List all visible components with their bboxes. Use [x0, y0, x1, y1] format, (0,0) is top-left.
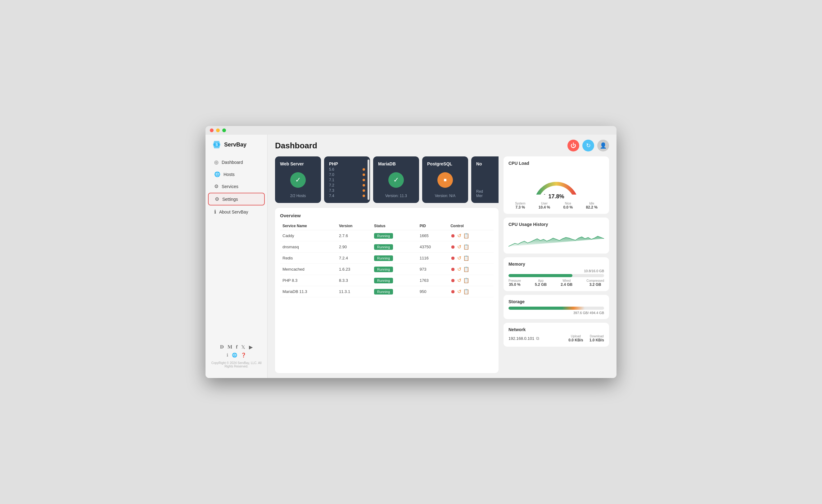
other-card: No Red Mer — [471, 156, 498, 203]
stop-button[interactable]: ⏺ — [450, 267, 455, 272]
restart-button[interactable]: ↺ — [457, 266, 461, 272]
service-cards: Web Server ✓ 2/2 Hosts PHP 5.6 — [275, 156, 498, 203]
other-card-title: No — [476, 161, 482, 166]
service-version-cell: 2.7.6 — [337, 230, 372, 241]
php-card-scrollbar[interactable] — [368, 159, 369, 200]
log-button[interactable]: 📋 — [463, 266, 469, 272]
control-buttons: ⏺ ↺ 📋 — [450, 278, 491, 283]
close-button[interactable] — [210, 128, 214, 132]
cpu-load-card: CPU Load — [503, 156, 609, 214]
postgresql-card: PostgreSQL ■ Version: N/A — [422, 156, 468, 203]
postgresql-card-title: PostgreSQL — [427, 161, 452, 166]
memory-stat-app: App 5.2 GB — [535, 279, 547, 287]
control-buttons: ⏺ ↺ 📋 — [450, 255, 491, 261]
storage-bar-fill — [508, 307, 585, 310]
sidebar-item-about[interactable]: ℹ About ServBay — [208, 206, 265, 217]
storage-label: 397.6 GB/ 494.4 GB — [508, 311, 604, 315]
log-button[interactable]: 📋 — [463, 289, 469, 295]
php-dot-72 — [363, 184, 365, 186]
main-header: Dashboard ⏻ ↻ 👤 — [268, 135, 616, 156]
sidebar-item-about-label: About ServBay — [219, 209, 248, 214]
settings-icon: ⚙ — [215, 196, 219, 202]
php-dot-74 — [363, 194, 365, 197]
minimize-button[interactable] — [216, 128, 220, 132]
info-icon[interactable]: ℹ — [227, 353, 228, 358]
service-status-cell: Running — [372, 264, 417, 275]
table-row: MariaDB 11.3 11.3.1 Running 950 ⏺ ↺ 📋 — [280, 286, 494, 297]
mariadb-check-icon: ✓ — [388, 166, 404, 194]
maximize-button[interactable] — [222, 128, 226, 132]
overview-section: Overview Service Name Version Status PID… — [275, 208, 498, 373]
php-dot-70 — [363, 173, 365, 176]
copy-ip-icon[interactable]: ⧉ — [536, 336, 539, 341]
sidebar-item-settings[interactable]: ⚙ Settings — [208, 193, 265, 205]
control-buttons: ⏺ ↺ 📋 — [450, 244, 491, 250]
cpu-load-title: CPU Load — [508, 161, 604, 166]
webserver-card-title: Web Server — [280, 161, 304, 166]
network-download: Download 1.0 KB/s — [589, 335, 604, 342]
col-status: Status — [372, 222, 417, 230]
network-card: Network 192.168.0.101 ⧉ Upload 0.0 KB/s — [503, 323, 609, 347]
restart-button[interactable]: ↺ — [457, 244, 461, 250]
sidebar-item-hosts[interactable]: 🌐 Hosts — [208, 168, 265, 180]
refresh-button[interactable]: ↻ — [582, 140, 594, 151]
service-status-cell: Running — [372, 275, 417, 286]
service-name-cell: Redis — [280, 253, 337, 264]
stop-button[interactable]: ⏺ — [450, 278, 455, 283]
facebook-icon[interactable]: 𝐟 — [236, 344, 238, 350]
restart-button[interactable]: ↺ — [457, 255, 461, 261]
service-name-cell: dnsmasq — [280, 241, 337, 253]
restart-button[interactable]: ↺ — [457, 278, 461, 283]
sidebar-logo-text: ServBay — [224, 141, 247, 148]
right-panel: CPU Load — [503, 156, 609, 373]
service-version-cell: 11.3.1 — [337, 286, 372, 297]
mariadb-card-title: MariaDB — [378, 161, 396, 166]
discord-icon[interactable]: 𝐃 — [220, 344, 224, 350]
nav-items: ◎ Dashboard 🌐 Hosts ⚙ Services ⚙ Setting… — [206, 156, 267, 341]
cpu-stat-idle: Idle 82.2 % — [586, 202, 597, 209]
webserver-check-icon: ✓ — [290, 166, 306, 194]
sidebar-item-dashboard[interactable]: ◎ Dashboard — [208, 156, 265, 168]
log-button[interactable]: 📋 — [463, 255, 469, 261]
stop-button[interactable]: ⏺ — [450, 256, 455, 261]
restart-button[interactable]: ↺ — [457, 233, 461, 238]
table-row: Memcached 1.6.23 Running 973 ⏺ ↺ 📋 — [280, 264, 494, 275]
restart-button[interactable]: ↺ — [457, 289, 461, 295]
network-upload: Upload 0.0 KB/s — [568, 335, 583, 342]
x-icon[interactable]: 𝕏 — [241, 344, 245, 350]
stop-button[interactable]: ⏺ — [450, 233, 455, 238]
table-row: PHP 8.3 8.3.3 Running 1763 ⏺ ↺ 📋 — [280, 275, 494, 286]
memory-bar-fill — [508, 274, 572, 277]
memory-bar-bg — [508, 274, 604, 277]
services-table: Service Name Version Status PID Control … — [280, 222, 494, 297]
service-control-cell: ⏺ ↺ 📋 — [448, 253, 494, 264]
stop-button[interactable]: ⏺ — [450, 244, 455, 250]
status-badge: Running — [374, 256, 393, 261]
about-icon: ℹ — [214, 209, 216, 215]
control-buttons: ⏺ ↺ 📋 — [450, 289, 491, 295]
mariadb-subtitle: Version: 11.3 — [385, 194, 407, 198]
user-button[interactable]: 👤 — [597, 140, 609, 151]
globe-icon[interactable]: 🌐 — [232, 353, 237, 358]
php-card: PHP 5.6 7.0 7.1 — [324, 156, 370, 203]
log-button[interactable]: 📋 — [463, 244, 469, 250]
php-version-73: 7.3 — [329, 188, 365, 193]
stop-button[interactable]: ⏺ — [450, 289, 455, 295]
network-stats: Upload 0.0 KB/s Download 1.0 KB/s — [568, 335, 604, 342]
log-button[interactable]: 📋 — [463, 233, 469, 238]
help-icon[interactable]: ❓ — [241, 353, 246, 358]
medium-icon[interactable]: 𝐌 — [228, 344, 232, 350]
control-buttons: ⏺ ↺ 📋 — [450, 266, 491, 272]
status-badge: Running — [374, 267, 393, 272]
power-button[interactable]: ⏻ — [567, 140, 579, 151]
service-control-cell: ⏺ ↺ 📋 — [448, 275, 494, 286]
service-control-cell: ⏺ ↺ 📋 — [448, 286, 494, 297]
php-version-71: 7.1 — [329, 178, 365, 182]
log-button[interactable]: 📋 — [463, 278, 469, 283]
sidebar-item-services[interactable]: ⚙ Services — [208, 181, 265, 192]
youtube-icon[interactable]: ▶ — [249, 344, 253, 350]
network-row: 192.168.0.101 ⧉ Upload 0.0 KB/s Download — [508, 335, 604, 342]
php-version-74: 7.4 — [329, 194, 365, 198]
table-row: Caddy 2.7.6 Running 1665 ⏺ ↺ 📋 — [280, 230, 494, 241]
service-version-cell: 7.2.4 — [337, 253, 372, 264]
